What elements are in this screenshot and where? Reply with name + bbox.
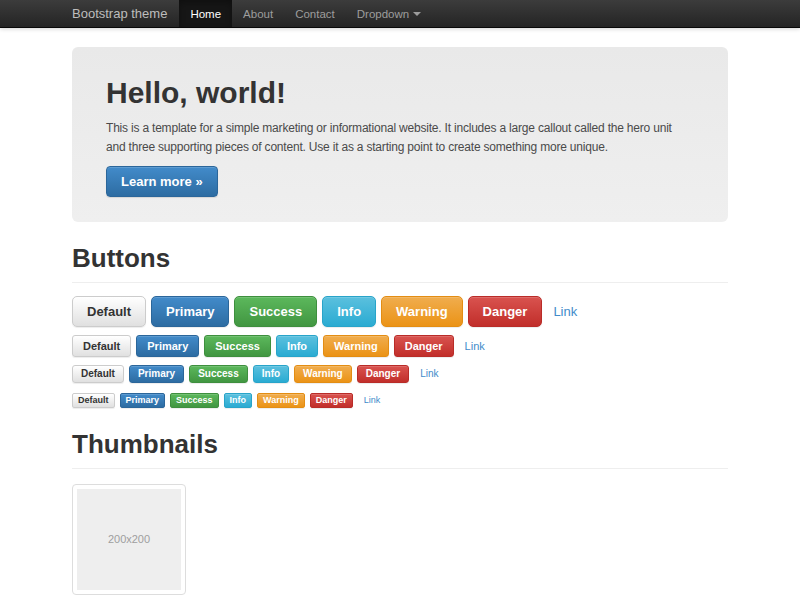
- button-default-medium[interactable]: Default: [72, 335, 131, 357]
- link-button-xsmall[interactable]: Link: [364, 394, 381, 407]
- button-info-xsmall[interactable]: Info: [224, 393, 253, 408]
- nav-item-dropdown[interactable]: Dropdown: [346, 0, 432, 27]
- navbar-brand[interactable]: Bootstrap theme: [72, 0, 167, 27]
- button-default-small[interactable]: Default: [72, 365, 124, 383]
- button-primary-xsmall[interactable]: Primary: [120, 393, 166, 408]
- button-primary-medium[interactable]: Primary: [136, 335, 199, 357]
- button-info-medium[interactable]: Info: [276, 335, 318, 357]
- nav-item-dropdown-label: Dropdown: [357, 0, 409, 28]
- nav-item-home[interactable]: Home: [179, 0, 232, 27]
- button-danger-xsmall[interactable]: Danger: [310, 393, 353, 408]
- button-warning-large[interactable]: Warning: [381, 296, 463, 327]
- button-primary-small[interactable]: Primary: [129, 365, 184, 383]
- learn-more-button[interactable]: Learn more »: [106, 166, 218, 197]
- button-info-large[interactable]: Info: [322, 296, 376, 327]
- button-success-large[interactable]: Success: [234, 296, 317, 327]
- button-warning-medium[interactable]: Warning: [323, 335, 389, 357]
- button-danger-small[interactable]: Danger: [357, 365, 409, 383]
- buttons-section-title: Buttons: [72, 244, 728, 274]
- button-default-large[interactable]: Default: [72, 296, 146, 327]
- placeholder-image-label: 200x200: [108, 533, 150, 545]
- buttons-section: Buttons Default Primary Success Info War…: [72, 244, 728, 408]
- page: Bootstrap theme Home About Contact Dropd…: [0, 0, 800, 600]
- button-danger-large[interactable]: Danger: [468, 296, 543, 327]
- caret-down-icon: [413, 12, 421, 16]
- button-warning-xsmall[interactable]: Warning: [257, 393, 305, 408]
- section-divider: [72, 468, 728, 469]
- hero-body-line2: and three supporting pieces of content. …: [106, 138, 710, 157]
- button-danger-medium[interactable]: Danger: [394, 335, 454, 357]
- button-default-xsmall[interactable]: Default: [72, 393, 115, 408]
- placeholder-image: 200x200: [77, 489, 181, 590]
- hero-body-line1: This is a template for a simple marketin…: [106, 119, 710, 138]
- hero-title: Hello, world!: [106, 75, 710, 111]
- button-success-small[interactable]: Success: [189, 365, 248, 383]
- section-divider: [72, 282, 728, 283]
- link-button-small[interactable]: Link: [420, 366, 438, 382]
- navbar: Bootstrap theme Home About Contact Dropd…: [0, 0, 800, 28]
- button-row-small: Default Primary Success Info Warning Dan…: [72, 365, 728, 383]
- button-info-small[interactable]: Info: [253, 365, 289, 383]
- button-success-xsmall[interactable]: Success: [170, 393, 219, 408]
- hero-unit: Hello, world! This is a template for a s…: [72, 47, 728, 222]
- button-primary-large[interactable]: Primary: [151, 296, 229, 327]
- thumbnails-section: Thumbnails 200x200: [72, 430, 728, 595]
- link-button-large[interactable]: Link: [553, 297, 577, 326]
- button-row-xsmall: Default Primary Success Info Warning Dan…: [72, 393, 728, 408]
- button-row-large: Default Primary Success Info Warning Dan…: [72, 296, 728, 327]
- thumbnail[interactable]: 200x200: [72, 484, 186, 595]
- thumbnails-section-title: Thumbnails: [72, 430, 728, 460]
- nav-item-about[interactable]: About: [232, 0, 284, 27]
- nav-item-contact[interactable]: Contact: [284, 0, 346, 27]
- link-button-medium[interactable]: Link: [465, 336, 485, 356]
- button-success-medium[interactable]: Success: [204, 335, 271, 357]
- button-warning-small[interactable]: Warning: [294, 365, 352, 383]
- button-row-default: Default Primary Success Info Warning Dan…: [72, 335, 728, 357]
